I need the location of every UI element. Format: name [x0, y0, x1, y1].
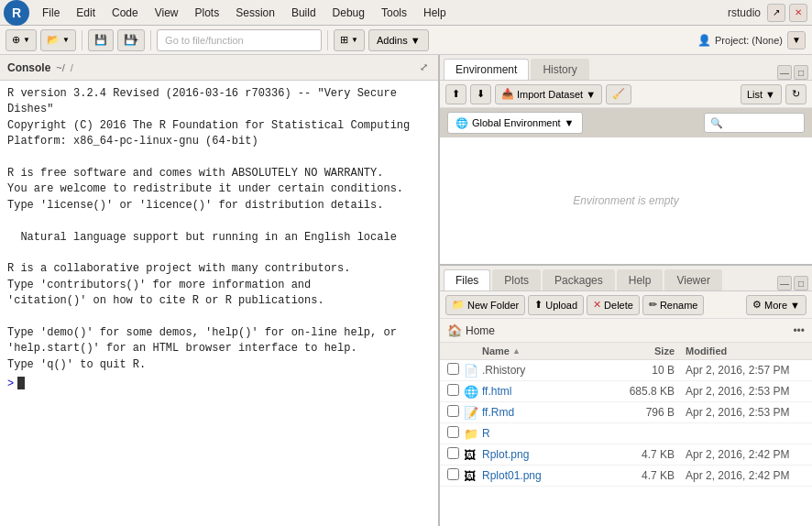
- toolbar-divider-2: [150, 30, 151, 50]
- tab-environment[interactable]: Environment: [444, 59, 529, 80]
- files-maximize-btn[interactable]: □: [794, 276, 808, 290]
- file-row: 📄 .Rhistory 10 B Apr 2, 2016, 2:57 PM: [440, 360, 812, 381]
- env-list-btn[interactable]: List ▼: [741, 84, 782, 104]
- right-panel: Environment History — □ ⬆ ⬇ 📥 Import Dat…: [440, 55, 812, 526]
- file-name-4[interactable]: Rplot.png: [482, 448, 617, 461]
- addins-label: Addins: [377, 35, 408, 46]
- check-1[interactable]: [447, 384, 464, 399]
- check-4[interactable]: [447, 447, 464, 462]
- console-expand-icon[interactable]: ⤢: [416, 60, 431, 75]
- menu-help[interactable]: Help: [416, 5, 454, 21]
- file-modified-1: Apr 2, 2016, 2:53 PM: [686, 385, 805, 398]
- load-workspace-btn[interactable]: ⬆: [445, 84, 466, 104]
- global-env-arrow: ▼: [565, 117, 575, 128]
- save-all-button[interactable]: 💾 +: [117, 29, 145, 51]
- external-link-icon[interactable]: ↗: [767, 4, 785, 22]
- menu-session[interactable]: Session: [228, 5, 282, 21]
- file-name-3[interactable]: R: [482, 427, 617, 440]
- console-prompt[interactable]: >: [7, 377, 431, 392]
- console-body[interactable]: R version 3.2.4 Revised (2016-03-16 r703…: [0, 81, 438, 526]
- menu-file[interactable]: File: [35, 5, 67, 21]
- file-icon-4: 🖼: [464, 448, 482, 462]
- file-icon-3: 📁: [464, 427, 482, 441]
- addins-button[interactable]: Addins ▼: [368, 29, 429, 51]
- file-size-4: 4.7 KB: [617, 448, 686, 461]
- save-button[interactable]: 💾: [88, 29, 114, 51]
- file-name-5[interactable]: Rplot01.png: [482, 469, 617, 482]
- goto-input[interactable]: Go to file/function: [157, 29, 322, 51]
- file-row: 📁 R: [440, 423, 812, 444]
- import-dataset-btn[interactable]: 📥 Import Dataset ▼: [495, 84, 602, 104]
- tab-viewer[interactable]: Viewer: [664, 269, 721, 290]
- file-list: Name ▲ Size Modified 📄 .Rhistory 10 B Ap…: [440, 343, 812, 526]
- env-maximize-btn[interactable]: □: [794, 65, 808, 80]
- environment-history-panel: Environment History — □ ⬆ ⬇ 📥 Import Dat…: [440, 55, 812, 266]
- menu-code[interactable]: Code: [104, 5, 146, 21]
- console-output: R version 3.2.4 Revised (2016-03-16 r703…: [7, 86, 431, 373]
- menu-edit[interactable]: Edit: [69, 5, 103, 21]
- tab-help[interactable]: Help: [617, 269, 664, 290]
- menu-view[interactable]: View: [148, 5, 186, 21]
- new-file-arrow: ▼: [23, 36, 30, 44]
- col-size: Size: [617, 345, 686, 356]
- new-folder-label: New Folder: [467, 300, 519, 311]
- breadcrumb-more-icon[interactable]: •••: [793, 324, 805, 337]
- check-2[interactable]: [447, 405, 464, 420]
- more-btn[interactable]: ⚙ More ▼: [746, 295, 807, 315]
- menu-tools[interactable]: Tools: [374, 5, 414, 21]
- global-env-row: 🌐 Global Environment ▼ 🔍: [440, 108, 812, 137]
- env-refresh-btn[interactable]: ↻: [785, 84, 807, 104]
- env-body: Environment is empty: [440, 137, 812, 264]
- check-0[interactable]: [447, 363, 464, 378]
- file-list-header: Name ▲ Size Modified: [440, 343, 812, 360]
- file-size-1: 685.8 KB: [617, 385, 686, 398]
- check-5[interactable]: [447, 468, 464, 483]
- check-3[interactable]: [447, 426, 464, 441]
- new-file-icon: ⊕: [12, 34, 20, 46]
- save-workspace-btn[interactable]: ⬇: [470, 84, 491, 104]
- prompt-char: >: [7, 377, 14, 392]
- file-name-0[interactable]: .Rhistory: [482, 364, 617, 377]
- file-name-1[interactable]: ff.html: [482, 385, 617, 398]
- home-label[interactable]: Home: [466, 324, 495, 337]
- list-arrow: ▼: [765, 89, 775, 100]
- tab-packages[interactable]: Packages: [543, 269, 615, 290]
- env-minimize-btn[interactable]: —: [777, 65, 792, 80]
- env-toolbar: ⬆ ⬇ 📥 Import Dataset ▼ 🧹 List ▼: [440, 81, 812, 108]
- files-minimize-btn[interactable]: —: [777, 276, 792, 290]
- tab-files[interactable]: Files: [444, 269, 490, 290]
- project-arrow[interactable]: ▼: [787, 31, 806, 49]
- file-path-bar: 🏠 Home •••: [440, 319, 812, 343]
- delete-icon: ✕: [593, 299, 601, 311]
- rename-btn[interactable]: ✏ Rename: [642, 295, 705, 315]
- upload-icon: ⬆: [534, 299, 543, 311]
- menu-debug[interactable]: Debug: [325, 5, 372, 21]
- file-icon-1: 🌐: [464, 385, 482, 399]
- delete-btn[interactable]: ✕ Delete: [587, 295, 640, 315]
- tab-plots[interactable]: Plots: [492, 269, 541, 290]
- console-panel: Console ~/ / ⤢ R version 3.2.4 Revised (…: [0, 55, 440, 526]
- global-env-dropdown[interactable]: 🌐 Global Environment ▼: [447, 112, 583, 134]
- file-name-2[interactable]: ff.Rmd: [482, 406, 617, 419]
- upload-btn[interactable]: ⬆ Upload: [528, 295, 584, 315]
- menu-build[interactable]: Build: [284, 5, 324, 21]
- global-env-label: Global Environment: [472, 117, 561, 128]
- user-icon: 👤: [697, 34, 711, 47]
- goto-placeholder: Go to file/function: [165, 35, 244, 46]
- r-logo[interactable]: R: [4, 0, 29, 26]
- close-icon[interactable]: ✕: [789, 4, 807, 22]
- open-folder-icon: 📂: [47, 34, 60, 46]
- save-icon: 💾: [94, 34, 107, 46]
- col-name[interactable]: Name ▲: [482, 345, 617, 356]
- menu-plots[interactable]: Plots: [188, 5, 227, 21]
- clear-workspace-btn[interactable]: 🧹: [606, 84, 631, 104]
- console-title: Console: [7, 61, 50, 74]
- tab-history[interactable]: History: [531, 59, 588, 80]
- new-file-button[interactable]: ⊕ ▼: [5, 29, 37, 51]
- rename-label: Rename: [660, 300, 698, 311]
- grid-view-button[interactable]: ⊞ ▼: [334, 29, 365, 51]
- open-file-button[interactable]: 📂 ▼: [40, 29, 76, 51]
- file-icon-2: 📝: [464, 406, 482, 420]
- new-folder-btn[interactable]: 📁 New Folder: [445, 295, 525, 315]
- file-modified-5: Apr 2, 2016, 2:42 PM: [686, 469, 805, 482]
